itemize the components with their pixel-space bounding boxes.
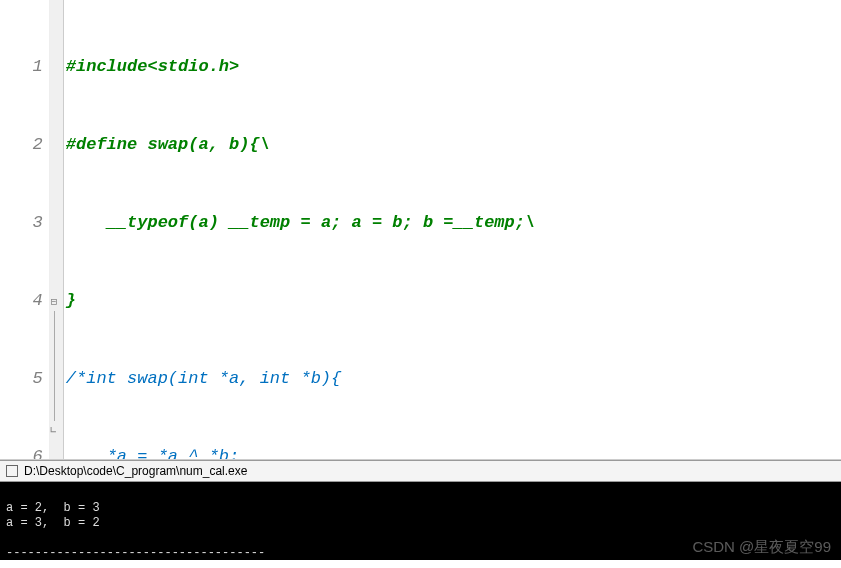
fold-end-icon: ∟ [50,418,57,444]
console-line: a = 3, b = 2 [6,516,100,530]
line-number: 2 [2,132,43,158]
code-editor[interactable]: 1 2 3 4 5 6 7 8 9 10 11 12 13 14 15 16 1… [0,0,841,460]
line-number: 4 [2,288,43,314]
code-line[interactable]: __typeof(a) __temp = a; a = b; b =__temp… [66,210,841,236]
fold-column[interactable]: ⊟ ∟ [50,0,64,459]
console-titlebar[interactable]: D:\Desktop\code\C_program\num_cal.exe [0,460,841,482]
console-line: a = 2, b = 3 [6,501,100,515]
console-output[interactable]: a = 2, b = 3 a = 3, b = 2 --------------… [0,482,841,560]
code-area[interactable]: #include<stdio.h> #define swap(a, b){\ _… [64,0,841,459]
code-line[interactable]: #define swap(a, b){\ [66,132,841,158]
watermark-text: CSDN @星夜夏空99 [692,539,831,554]
line-number: 1 [2,54,43,80]
line-number: 5 [2,366,43,392]
line-number: 6 [2,444,43,460]
console-icon [6,465,18,477]
code-line[interactable]: } [66,288,841,314]
console-separator: ------------------------------------ [6,546,265,560]
code-line[interactable]: /*int swap(int *a, int *b){ [66,366,841,392]
line-number-gutter: 1 2 3 4 5 6 7 8 9 10 11 12 13 14 15 16 1… [0,0,50,459]
line-number: 3 [2,210,43,236]
fold-guide [54,311,55,421]
code-line[interactable]: #include<stdio.h> [66,54,841,80]
console-title-text: D:\Desktop\code\C_program\num_cal.exe [24,464,247,478]
code-line[interactable]: *a = *a ^ *b; [66,444,841,460]
